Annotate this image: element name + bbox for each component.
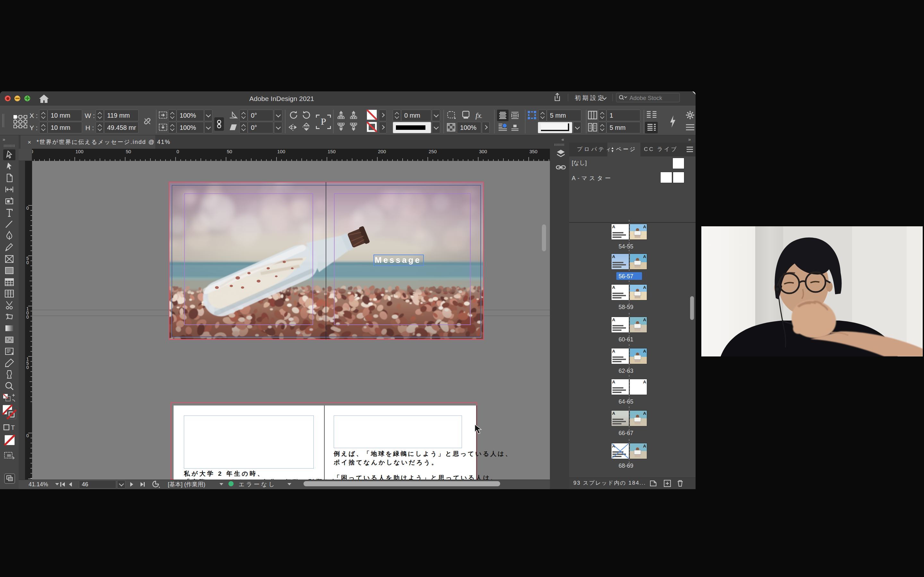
svg-text:350: 350 [529,149,537,154]
svg-text:100: 100 [75,149,83,154]
svg-text:T: T [11,424,15,431]
svg-text:P: P [321,116,326,127]
svg-text:0: 0 [26,260,29,265]
svg-text:0: 0 [26,205,29,211]
svg-text:0: 0 [32,149,33,154]
svg-text:250: 250 [429,149,437,154]
svg-text:150: 150 [328,149,336,154]
svg-text:0: 0 [176,149,179,154]
svg-text:0: 0 [26,365,29,370]
svg-text:100: 100 [277,149,285,154]
svg-text:300: 300 [479,149,487,154]
svg-text:50: 50 [227,149,232,154]
svg-text:0: 0 [26,314,29,319]
svg-text:200: 200 [378,149,386,154]
svg-text:0: 0 [26,433,29,438]
svg-text:50: 50 [126,149,131,154]
